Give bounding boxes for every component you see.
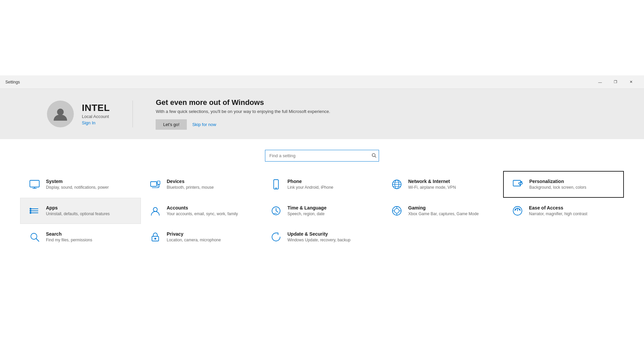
svg-rect-10: [274, 180, 278, 189]
system-icon: [29, 178, 41, 190]
svg-point-38: [515, 209, 516, 210]
time-title: Time & Language: [287, 205, 326, 210]
svg-point-26: [153, 207, 157, 212]
svg-point-0: [57, 109, 64, 115]
personalization-text: Personalization Background, lock screen,…: [529, 179, 586, 190]
accounts-icon: [149, 205, 161, 217]
svg-point-39: [519, 209, 520, 210]
svg-line-29: [276, 211, 278, 212]
gaming-text: Gaming Xbox Game Bar, captures, Game Mod…: [408, 205, 479, 217]
close-button[interactable]: ✕: [623, 75, 639, 89]
settings-item-apps[interactable]: Apps Uninstall, defaults, optional featu…: [20, 198, 141, 224]
svg-line-18: [519, 183, 520, 185]
user-type: Local Account: [82, 114, 110, 119]
settings-item-gaming[interactable]: Gaming Xbox Game Bar, captures, Game Mod…: [382, 198, 503, 224]
svg-rect-9: [158, 185, 159, 187]
settings-window: Settings — ❐ ✕ INTEL Local Account Sign …: [0, 75, 644, 362]
ease-text: Ease of Access Narrator, magnifier, high…: [529, 205, 587, 217]
search-settings-text: Search Find my files, permissions: [46, 231, 92, 243]
ease-icon: [512, 205, 524, 217]
phone-text: Phone Link your Android, iPhone: [287, 179, 333, 190]
window-title: Settings: [5, 80, 592, 84]
avatar: [47, 101, 74, 127]
svg-line-2: [375, 156, 376, 158]
apps-desc: Uninstall, defaults, optional features: [46, 211, 110, 217]
svg-point-23: [30, 208, 31, 209]
system-title: System: [46, 179, 109, 184]
devices-desc: Bluetooth, printers, mouse: [167, 185, 214, 190]
hero-cta: Get even more out of Windows With a few …: [156, 98, 597, 130]
ease-desc: Narrator, magnifier, high contrast: [529, 211, 587, 217]
privacy-icon: [149, 231, 161, 243]
settings-item-personalization[interactable]: Personalization Background, lock screen,…: [503, 171, 624, 198]
devices-icon: [149, 178, 161, 190]
title-bar: Settings — ❐ ✕: [0, 75, 644, 89]
settings-item-privacy[interactable]: Privacy Location, camera, microphone: [141, 224, 262, 250]
privacy-desc: Location, camera, microphone: [167, 237, 221, 243]
search-settings-icon: [29, 231, 41, 243]
network-desc: Wi-Fi, airplane mode, VPN: [408, 185, 456, 190]
search-settings-desc: Find my files, permissions: [46, 237, 92, 243]
svg-rect-17: [513, 180, 521, 186]
search-icon-button[interactable]: [372, 153, 376, 159]
settings-item-ease[interactable]: Ease of Access Narrator, magnifier, high…: [503, 198, 624, 224]
user-icon: [52, 106, 68, 122]
gaming-icon: [391, 205, 403, 217]
apps-icon: [29, 205, 41, 217]
svg-line-41: [36, 239, 39, 241]
user-name: INTEL: [82, 103, 110, 113]
network-icon: [391, 178, 403, 190]
phone-desc: Link your Android, iPhone: [287, 185, 333, 190]
settings-item-phone[interactable]: Phone Link your Android, iPhone: [262, 171, 382, 198]
personalization-title: Personalization: [529, 179, 586, 184]
svg-rect-3: [30, 180, 39, 187]
settings-row-3: Search Find my files, permissions Privac…: [20, 224, 624, 250]
system-text: System Display, sound, notifications, po…: [46, 179, 109, 190]
settings-item-system[interactable]: System Display, sound, notifications, po…: [20, 171, 141, 198]
minimize-button[interactable]: —: [592, 75, 608, 89]
hero-divider: [132, 101, 133, 127]
hero-actions: Let's go! Skip for now: [156, 119, 597, 130]
personalization-desc: Background, lock screen, colors: [529, 185, 586, 190]
privacy-title: Privacy: [167, 231, 221, 237]
time-desc: Speech, region, date: [287, 211, 326, 217]
svg-point-24: [30, 210, 31, 212]
settings-grid: System Display, sound, notifications, po…: [0, 171, 644, 362]
network-text: Network & Internet Wi-Fi, airplane mode,…: [408, 179, 456, 190]
user-profile: INTEL Local Account Sign In: [47, 101, 110, 127]
settings-item-search[interactable]: Search Find my files, permissions: [20, 224, 141, 250]
settings-item-update[interactable]: Update & Security Windows Update, recove…: [262, 224, 382, 250]
apps-text: Apps Uninstall, defaults, optional featu…: [46, 205, 110, 217]
privacy-text: Privacy Location, camera, microphone: [167, 231, 221, 243]
maximize-button[interactable]: ❐: [608, 75, 623, 89]
accounts-title: Accounts: [167, 205, 238, 210]
hero-banner: INTEL Local Account Sign In Get even mor…: [0, 89, 644, 139]
search-settings-title: Search: [46, 231, 92, 237]
skip-button[interactable]: Skip for now: [192, 122, 216, 127]
phone-icon: [270, 178, 282, 190]
settings-row-1: System Display, sound, notifications, po…: [20, 171, 624, 198]
lets-go-button[interactable]: Let's go!: [156, 119, 187, 130]
gaming-desc: Xbox Game Bar, captures, Game Mode: [408, 211, 479, 217]
sign-in-link[interactable]: Sign In: [82, 120, 110, 125]
phone-title: Phone: [287, 179, 333, 184]
settings-item-devices[interactable]: Devices Bluetooth, printers, mouse: [141, 171, 262, 198]
settings-item-accounts[interactable]: Accounts Your accounts, email, sync, wor…: [141, 198, 262, 224]
settings-item-network[interactable]: Network & Internet Wi-Fi, airplane mode,…: [382, 171, 503, 198]
svg-rect-6: [151, 182, 157, 186]
system-desc: Display, sound, notifications, power: [46, 185, 109, 190]
accounts-text: Accounts Your accounts, email, sync, wor…: [167, 205, 238, 217]
ease-title: Ease of Access: [529, 205, 587, 210]
search-input[interactable]: [265, 150, 379, 162]
user-info: INTEL Local Account Sign In: [82, 103, 110, 125]
apps-title: Apps: [46, 205, 110, 210]
search-area: [0, 139, 644, 171]
time-icon: [270, 205, 282, 217]
settings-item-time[interactable]: Time & Language Speech, region, date: [262, 198, 382, 224]
devices-text: Devices Bluetooth, printers, mouse: [167, 179, 214, 190]
search-icon: [372, 153, 376, 158]
svg-point-43: [155, 238, 156, 239]
top-spacer: [0, 0, 644, 75]
svg-point-19: [521, 182, 522, 183]
personalization-icon: [512, 178, 524, 190]
